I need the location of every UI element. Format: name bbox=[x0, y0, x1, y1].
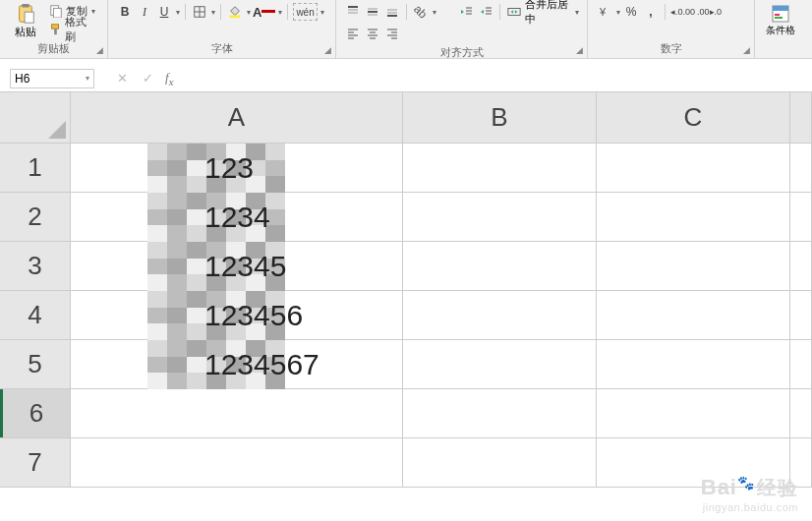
cell-a1[interactable]: 123 bbox=[71, 144, 403, 192]
column-header-d[interactable] bbox=[790, 92, 812, 143]
formula-input[interactable] bbox=[179, 69, 812, 88]
format-painter-button[interactable]: 格式刷 bbox=[47, 21, 99, 38]
alignment-launcher[interactable]: ◢ bbox=[573, 44, 585, 56]
svg-rect-2 bbox=[25, 12, 33, 23]
cell-b1[interactable] bbox=[403, 144, 597, 192]
cell-c2[interactable] bbox=[597, 193, 790, 241]
paste-button[interactable]: 粘贴 bbox=[8, 2, 43, 39]
row-header-1[interactable]: 1 bbox=[0, 144, 71, 192]
align-center-button[interactable] bbox=[364, 25, 381, 42]
align-middle-button[interactable] bbox=[364, 3, 381, 21]
column-header-c[interactable]: C bbox=[597, 92, 790, 143]
outdent-icon bbox=[459, 5, 473, 19]
cell-c3[interactable] bbox=[597, 242, 790, 290]
cell-b6[interactable] bbox=[403, 389, 597, 437]
cell-c7[interactable] bbox=[597, 438, 790, 487]
underline-button[interactable]: U bbox=[155, 3, 173, 21]
font-color-button[interactable]: A bbox=[253, 3, 275, 21]
percent-button[interactable]: % bbox=[622, 3, 640, 21]
number-launcher[interactable]: ◢ bbox=[740, 44, 752, 56]
chevron-down-icon[interactable]: ▾ bbox=[247, 8, 251, 17]
bold-button[interactable]: B bbox=[116, 3, 134, 21]
align-bottom-icon bbox=[385, 5, 399, 19]
border-button[interactable] bbox=[191, 3, 208, 21]
chevron-down-icon[interactable]: ▾ bbox=[433, 8, 436, 17]
cell-a7[interactable] bbox=[71, 438, 403, 487]
align-left-button[interactable] bbox=[344, 25, 362, 42]
chevron-down-icon[interactable]: ▾ bbox=[211, 8, 215, 17]
fx-button[interactable]: fx bbox=[165, 70, 173, 87]
border-icon bbox=[193, 5, 206, 19]
cell-b2[interactable] bbox=[403, 193, 597, 241]
cell-a5[interactable]: 1234567 bbox=[71, 340, 403, 388]
row-header-5[interactable]: 5 bbox=[0, 340, 71, 388]
align-middle-icon bbox=[366, 5, 379, 19]
cond-format-label: 条件格 bbox=[766, 24, 795, 37]
conditional-format-button[interactable]: 条件格 bbox=[763, 2, 798, 39]
currency-button[interactable]: ¥ bbox=[596, 3, 613, 21]
row-header-6[interactable]: 6 bbox=[0, 389, 71, 437]
formula-bar: H6 ▾ ✕ ✓ fx bbox=[0, 65, 812, 92]
ribbon: 粘贴 复制 ▾ 格式刷 剪贴板 ◢ B I U bbox=[0, 0, 812, 59]
row-header-4[interactable]: 4 bbox=[0, 291, 71, 339]
orientation-button[interactable]: ab bbox=[412, 3, 430, 21]
cell-a2[interactable]: 1234 bbox=[71, 193, 403, 241]
cell-d4[interactable] bbox=[790, 291, 812, 339]
cell-a6[interactable] bbox=[71, 389, 403, 437]
chevron-down-icon[interactable]: ▾ bbox=[86, 74, 89, 83]
clipboard-launcher[interactable]: ◢ bbox=[93, 44, 105, 56]
cell-a4[interactable]: 123456 bbox=[71, 291, 403, 339]
increase-decimal-button[interactable]: ◂.0.00 bbox=[670, 3, 695, 21]
chevron-down-icon[interactable]: ▾ bbox=[616, 8, 620, 17]
align-top-button[interactable] bbox=[344, 3, 362, 21]
row-header-3[interactable]: 3 bbox=[0, 242, 71, 290]
chevron-down-icon[interactable]: ▾ bbox=[575, 8, 579, 17]
merge-button[interactable] bbox=[505, 3, 523, 21]
column-header-a[interactable]: A bbox=[71, 92, 403, 143]
group-alignment: ab ▾ 合并后居中 ▾ 对齐方式 ◢ bbox=[336, 0, 588, 58]
chevron-down-icon[interactable]: ▾ bbox=[320, 8, 324, 17]
cell-c5[interactable] bbox=[597, 340, 790, 388]
decrease-decimal-button[interactable]: .00▸.0 bbox=[697, 3, 722, 21]
cell-d3[interactable] bbox=[790, 242, 812, 290]
align-left-icon bbox=[346, 27, 360, 40]
phonetic-button[interactable]: wén bbox=[293, 3, 317, 21]
cell-d7[interactable] bbox=[790, 438, 812, 487]
column-header-b[interactable]: B bbox=[403, 92, 597, 143]
align-right-button[interactable] bbox=[383, 25, 401, 42]
cell-a3[interactable]: 12345 bbox=[71, 242, 403, 290]
chevron-down-icon[interactable]: ▾ bbox=[176, 8, 180, 17]
row-header-2[interactable]: 2 bbox=[0, 193, 71, 241]
cancel-formula-button[interactable]: ✕ bbox=[114, 71, 130, 86]
svg-rect-10 bbox=[230, 16, 241, 19]
cell-d1[interactable] bbox=[790, 144, 812, 192]
group-font-label: 字体 bbox=[116, 39, 327, 58]
group-alignment-label: 对齐方式 bbox=[344, 43, 579, 62]
cell-c6[interactable] bbox=[597, 389, 790, 437]
select-all-corner[interactable] bbox=[0, 92, 71, 143]
cell-b3[interactable] bbox=[403, 242, 597, 290]
cell-d2[interactable] bbox=[790, 193, 812, 241]
fill-color-button[interactable] bbox=[226, 3, 244, 21]
svg-rect-43 bbox=[775, 17, 783, 19]
italic-button[interactable]: I bbox=[136, 3, 153, 21]
cell-b4[interactable] bbox=[403, 291, 597, 339]
cell-b7[interactable] bbox=[403, 438, 597, 487]
decrease-indent-button[interactable] bbox=[457, 3, 475, 21]
row-header-7[interactable]: 7 bbox=[0, 438, 71, 487]
font-launcher[interactable]: ◢ bbox=[321, 44, 333, 56]
clipboard-icon bbox=[15, 3, 36, 25]
cell-c4[interactable] bbox=[597, 291, 790, 339]
comma-button[interactable]: , bbox=[642, 3, 660, 21]
cell-a4-value: 123456 bbox=[204, 299, 303, 332]
cell-d5[interactable] bbox=[790, 340, 812, 388]
name-box[interactable]: H6 ▾ bbox=[10, 69, 94, 88]
cell-d6[interactable] bbox=[790, 389, 812, 437]
accept-formula-button[interactable]: ✓ bbox=[140, 71, 155, 86]
chevron-down-icon[interactable]: ▾ bbox=[278, 8, 282, 17]
align-bottom-button[interactable] bbox=[383, 3, 401, 21]
increase-indent-button[interactable] bbox=[477, 3, 494, 21]
cell-b5[interactable] bbox=[403, 340, 597, 388]
brush-icon bbox=[49, 23, 63, 36]
cell-c1[interactable] bbox=[597, 144, 790, 192]
